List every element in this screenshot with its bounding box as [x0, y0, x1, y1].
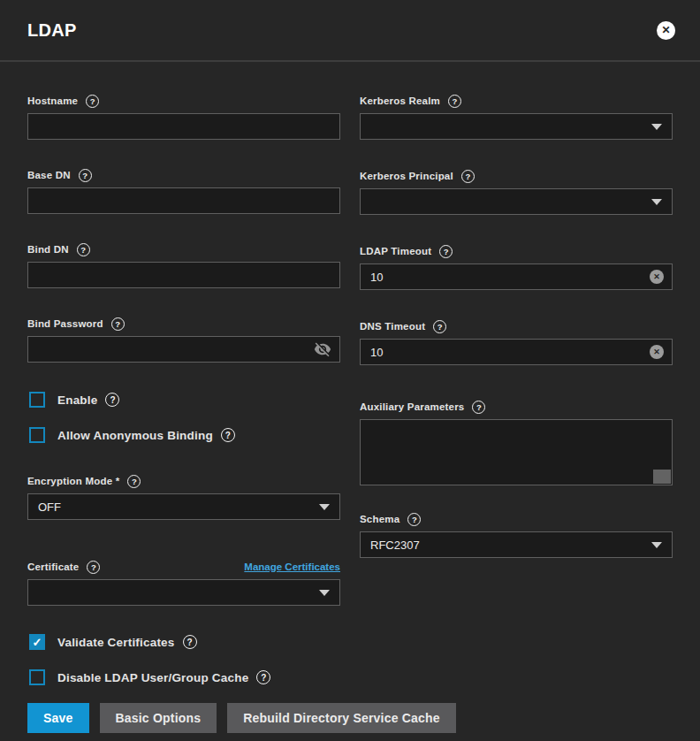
help-icon[interactable]: ? — [256, 670, 270, 684]
help-icon[interactable]: ? — [77, 243, 90, 256]
base-dn-label: Base DN — [27, 170, 71, 180]
rebuild-directory-service-cache-button[interactable]: Rebuild Directory Service Cache — [227, 703, 456, 733]
validate-certificates-checkbox[interactable]: ✓ — [29, 634, 45, 650]
bind-password-label: Bind Password — [27, 318, 103, 329]
validate-certificates-label: Validate Certificates — [57, 636, 175, 649]
chevron-down-icon — [651, 199, 662, 205]
chevron-down-icon — [319, 590, 330, 596]
kerberos-realm-field-group: Kerberos Realm ? — [360, 95, 673, 140]
dialog-header: LDAP ✕ — [0, 0, 700, 62]
hostname-field-group: Hostname ? — [27, 95, 340, 140]
close-icon[interactable]: ✕ — [657, 21, 675, 40]
schema-field-group: Schema ? RFC2307 — [360, 513, 673, 558]
clear-input-button[interactable]: ✕ — [650, 345, 664, 359]
auxiliary-parameters-label: Auxiliary Parameters — [360, 401, 464, 412]
base-dn-input[interactable] — [27, 187, 340, 214]
help-icon[interactable]: ? — [105, 393, 119, 407]
right-column: Kerberos Realm ? Kerberos Principal ? LD… — [360, 95, 673, 558]
help-icon[interactable]: ? — [79, 169, 92, 182]
dns-timeout-field-group: DNS Timeout ? ✕ — [360, 320, 673, 365]
allow-anonymous-binding-label: Allow Anonymous Binding — [57, 429, 213, 442]
manage-certificates-link[interactable]: Manage Certificates — [244, 561, 340, 572]
bind-dn-input[interactable] — [27, 262, 340, 288]
dialog-footer: Save Basic Options Rebuild Directory Ser… — [0, 703, 700, 733]
encryption-mode-field-group: Encryption Mode * ? OFF — [27, 475, 340, 520]
dns-timeout-input[interactable] — [360, 339, 673, 365]
validate-certificates-checkbox-row: ✓ Validate Certificates ? — [27, 634, 340, 650]
ldap-timeout-field-group: LDAP Timeout ? ✕ — [360, 245, 673, 290]
check-icon: ✓ — [33, 637, 42, 648]
disable-ldap-cache-checkbox[interactable]: ✓ — [29, 669, 45, 685]
dialog-title: LDAP — [27, 20, 77, 41]
allow-anonymous-binding-checkbox-row: ✓ Allow Anonymous Binding ? — [27, 427, 340, 443]
visibility-off-icon[interactable] — [314, 340, 331, 358]
help-icon[interactable]: ? — [407, 513, 421, 526]
schema-select[interactable]: RFC2307 — [360, 531, 673, 558]
help-icon[interactable]: ? — [111, 317, 125, 331]
kerberos-principal-select[interactable] — [360, 188, 673, 215]
auxiliary-parameters-field-group: Auxiliary Parameters ? — [360, 401, 673, 485]
ldap-timeout-label: LDAP Timeout — [360, 246, 431, 256]
encryption-mode-select[interactable]: OFF — [27, 493, 340, 520]
enable-label: Enable — [57, 393, 97, 407]
help-icon[interactable]: ? — [183, 635, 197, 649]
chevron-down-icon — [651, 124, 662, 130]
clear-input-button[interactable]: ✕ — [650, 270, 664, 284]
allow-anonymous-binding-checkbox[interactable]: ✓ — [29, 427, 45, 443]
certificate-label: Certificate — [27, 561, 79, 572]
kerberos-realm-select[interactable] — [360, 113, 673, 140]
resize-handle[interactable] — [653, 470, 671, 484]
ldap-timeout-input[interactable] — [360, 264, 673, 290]
ldap-form: Hostname ? Base DN ? Bind DN ? — [0, 62, 700, 685]
enable-checkbox[interactable]: ✓ — [29, 392, 45, 408]
help-icon[interactable]: ? — [461, 170, 475, 183]
certificate-select[interactable] — [27, 579, 340, 606]
dns-timeout-label: DNS Timeout — [360, 321, 425, 332]
schema-label: Schema — [360, 514, 399, 524]
kerberos-principal-field-group: Kerberos Principal ? — [360, 170, 673, 215]
help-icon[interactable]: ? — [472, 401, 485, 414]
basic-options-button[interactable]: Basic Options — [100, 703, 217, 733]
clear-icon: ✕ — [650, 270, 664, 284]
help-icon[interactable]: ? — [221, 428, 235, 442]
disable-ldap-cache-label: Disable LDAP User/Group Cache — [57, 671, 248, 684]
base-dn-field-group: Base DN ? — [27, 169, 340, 214]
bind-dn-field-group: Bind DN ? — [27, 243, 340, 288]
help-icon[interactable]: ? — [87, 561, 100, 574]
hostname-input[interactable] — [27, 113, 340, 140]
chevron-down-icon — [319, 504, 330, 510]
schema-value: RFC2307 — [370, 539, 420, 552]
kerberos-realm-label: Kerberos Realm — [360, 95, 440, 106]
help-icon[interactable]: ? — [439, 245, 453, 258]
clear-icon: ✕ — [650, 345, 664, 359]
kerberos-principal-label: Kerberos Principal — [360, 171, 453, 181]
bind-password-input[interactable] — [27, 336, 340, 363]
chevron-down-icon — [651, 542, 662, 548]
bind-dn-label: Bind DN — [27, 244, 69, 255]
help-icon[interactable]: ? — [448, 95, 461, 108]
certificate-field-group: Certificate ? Manage Certificates — [27, 561, 340, 606]
auxiliary-parameters-textarea[interactable] — [360, 419, 673, 485]
help-icon[interactable]: ? — [433, 320, 446, 333]
help-icon[interactable]: ? — [127, 475, 141, 488]
left-column: Hostname ? Base DN ? Bind DN ? — [27, 95, 340, 685]
bind-password-field-group: Bind Password ? — [27, 317, 340, 363]
hostname-label: Hostname — [27, 95, 78, 106]
encryption-mode-value: OFF — [38, 500, 61, 514]
enable-checkbox-row: ✓ Enable ? — [27, 392, 340, 408]
save-button[interactable]: Save — [27, 703, 89, 733]
help-icon[interactable]: ? — [86, 95, 99, 108]
encryption-mode-label: Encryption Mode * — [27, 476, 119, 486]
disable-ldap-cache-checkbox-row: ✓ Disable LDAP User/Group Cache ? — [27, 669, 340, 685]
